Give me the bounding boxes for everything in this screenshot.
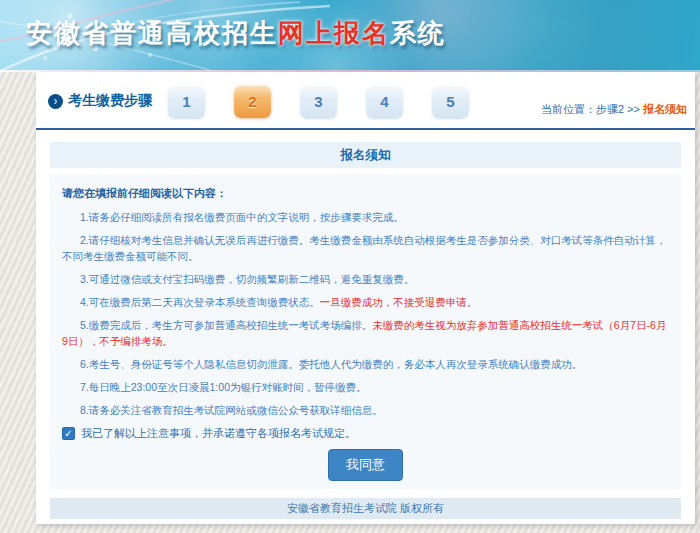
step-bar: › 考生缴费步骤 1 2 3 4 5 当前位置：步骤2 >> 报名须知 xyxy=(36,72,695,128)
notice-item-1: 1.请务必仔细阅读所有报名缴费页面中的文字说明，按步骤要求完成。 xyxy=(62,209,669,225)
notice-item-text: 5.缴费完成后，考生方可参加普通高校招生统一考试考场编排。 xyxy=(80,319,372,331)
agreement-row: ✓ 我已了解以上注意事项，并承诺遵守各项报名考试规定。 xyxy=(62,426,669,441)
notice-item-7: 7.每日晚上23:00至次日凌晨1:00为银行对账时间，暂停缴费。 xyxy=(62,379,669,395)
divider xyxy=(36,128,695,130)
banner: 安徽省普通高校招生网上报名系统 xyxy=(0,0,700,72)
notice-item-text: 1.请务必仔细阅读所有报名缴费页面中的文字说明，按步骤要求完成。 xyxy=(80,211,404,223)
steps: 1 2 3 4 5 xyxy=(168,85,469,118)
notice-item-warning: 一旦缴费成功，不接受退费申请。 xyxy=(320,296,478,308)
step-3[interactable]: 3 xyxy=(300,85,337,118)
desktop: { "banner": { "title_part1": "安徽省普通高校招生"… xyxy=(0,0,700,533)
step-bar-label: › 考生缴费步骤 xyxy=(48,92,152,110)
step-2[interactable]: 2 xyxy=(234,85,271,118)
step-bar-label-text: 考生缴费步骤 xyxy=(68,92,152,110)
notice-item-text: 6.考生号、身份证号等个人隐私信息切勿泄露。委托他人代为缴费的，务必本人再次登录… xyxy=(80,358,582,370)
notice-item-text: 2.请仔细核对考生信息并确认无误后再进行缴费。考生缴费金额由系统自动根据考生是否… xyxy=(62,234,666,262)
step-4[interactable]: 4 xyxy=(366,85,403,118)
agreement-checkbox[interactable]: ✓ xyxy=(62,427,75,440)
notice-item-3: 3.可通过微信或支付宝扫码缴费，切勿频繁刷新二维码，避免重复缴费。 xyxy=(62,271,669,287)
notice-item-4: 4.可在缴费后第二天再次登录本系统查询缴费状态。一旦缴费成功，不接受退费申请。 xyxy=(62,294,669,310)
notice-item-text: 7.每日晚上23:00至次日凌晨1:00为银行对账时间，暂停缴费。 xyxy=(80,381,366,393)
copyright-text: 安徽省教育招生考试院 版权所有 xyxy=(287,502,444,514)
site-title-part1: 安徽省普通高校招生 xyxy=(26,18,278,48)
check-icon: ✓ xyxy=(64,428,72,439)
notice-title: 报名须知 xyxy=(50,142,681,168)
agreement-label: 我已了解以上注意事项，并承诺遵守各项报名考试规定。 xyxy=(81,426,356,441)
step-1[interactable]: 1 xyxy=(168,85,205,118)
site-title-highlight: 网上报名 xyxy=(278,18,390,48)
button-row: 我同意 xyxy=(62,449,669,481)
site-title: 安徽省普通高校招生网上报名系统 xyxy=(26,16,446,51)
notice-panel: 请您在填报前仔细阅读以下内容： 1.请务必仔细阅读所有报名缴费页面中的文字说明，… xyxy=(50,174,681,489)
notice-intro: 请您在填报前仔细阅读以下内容： xyxy=(62,186,669,201)
notice-item-5: 5.缴费完成后，考生方可参加普通高校招生统一考试考场编排。未缴费的考生视为放弃参… xyxy=(62,317,669,349)
notice-item-text: 4.可在缴费后第二天再次登录本系统查询缴费状态。 xyxy=(80,296,320,308)
notice-item-2: 2.请仔细核对考生信息并确认无误后再进行缴费。考生缴费金额由系统自动根据考生是否… xyxy=(62,232,669,264)
breadcrumb-prefix: 当前位置：步骤2 >> xyxy=(541,103,640,115)
notice-item-text: 3.可通过微信或支付宝扫码缴费，切勿频繁刷新二维码，避免重复缴费。 xyxy=(80,273,414,285)
step-5[interactable]: 5 xyxy=(432,85,469,118)
footer: 安徽省教育招生考试院 版权所有 xyxy=(50,498,681,519)
site-title-part2: 系统 xyxy=(390,18,446,48)
notice-item-text: 8.请务必关注省教育招生考试院网站或微信公众号获取详细信息。 xyxy=(80,404,383,416)
notice-item-6: 6.考生号、身份证号等个人隐私信息切勿泄露。委托他人代为缴费的，务必本人再次登录… xyxy=(62,356,669,372)
page-container: › 考生缴费步骤 1 2 3 4 5 当前位置：步骤2 >> 报名须知 报名须知… xyxy=(36,72,695,524)
arrow-circle-icon: › xyxy=(48,94,63,109)
breadcrumb-current: 报名须知 xyxy=(643,103,687,115)
agree-button[interactable]: 我同意 xyxy=(328,449,403,481)
notice-item-8: 8.请务必关注省教育招生考试院网站或微信公众号获取详细信息。 xyxy=(62,402,669,418)
breadcrumb: 当前位置：步骤2 >> 报名须知 xyxy=(541,102,687,117)
